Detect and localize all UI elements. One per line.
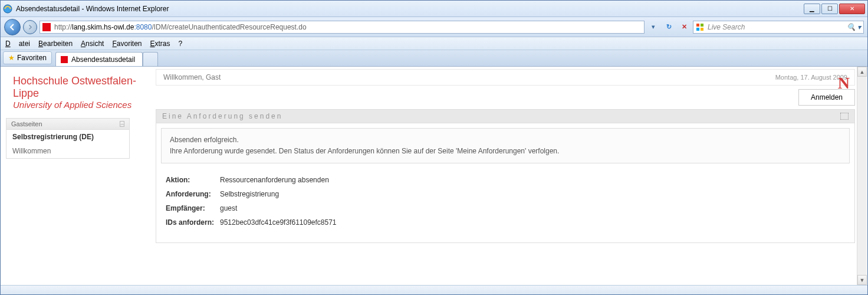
favicon-icon [42,23,51,31]
address-bar[interactable]: http://lang.skim.hs-owl.de:8080/IDM/crea… [40,21,645,34]
maximize-button[interactable]: ☐ [821,4,838,14]
panel-options-icon[interactable] [840,113,849,120]
svg-rect-3 [696,28,699,31]
url-text: http://lang.skim.hs-owl.de:8080/IDM/crea… [54,23,307,31]
search-placeholder: Live Search [708,23,745,31]
sidebar-nav: Gastseiten ︿ Selbstregistrierung (DE) Wi… [6,118,130,159]
svg-rect-1 [696,24,699,27]
search-provider-icon [696,23,704,31]
page-content: Hochschule Ostwestfalen-Lippe University… [1,67,867,285]
tab-bar: ★ Favoriten Absendestatusdetail [1,50,867,67]
row-anforderung: Anforderung:Selbstregistrierung [166,187,343,201]
request-details: Aktion:Ressourcenanforderung absenden An… [156,168,854,242]
forward-button[interactable] [23,20,37,34]
menu-favorites[interactable]: Favoriten [112,40,142,48]
row-empfaenger: Empfänger:guest [166,201,343,215]
star-icon: ★ [8,54,15,62]
status-message: Absenden erfolgreich. Ihre Anforderung w… [161,128,850,163]
brand-logo: N [838,74,850,93]
refresh-button[interactable]: ↻ [662,21,675,34]
svg-rect-4 [701,28,703,31]
panel-header: Eine Anforderung senden [156,110,854,123]
welcome-text: Willkommen, Gast [163,73,221,81]
menu-extras[interactable]: Extras [150,40,170,48]
close-button[interactable]: ✕ [839,4,865,14]
search-go-icon[interactable]: 🔍 ▾ [847,23,861,31]
tab-active[interactable]: Absendestatusdetail [55,52,143,66]
status-line2: Ihre Anforderung wurde gesendet. Den Sta… [170,146,841,157]
collapse-icon[interactable]: ︿ [120,121,124,127]
minimize-button[interactable]: ▁ [804,4,820,14]
tab-favicon-icon [61,56,68,63]
menu-view[interactable]: Ansicht [81,40,104,48]
scroll-down-icon[interactable]: ▼ [857,275,867,285]
welcome-bar: Willkommen, Gast Montag, 17. August 2009 [156,69,855,86]
sidebar-group-header[interactable]: Gastseiten ︿ [6,119,129,130]
search-input[interactable]: Live Search 🔍 ▾ [693,21,864,34]
request-panel: Eine Anforderung senden Absenden erfolgr… [156,109,855,243]
window-title: Absendestatusdetail - Windows Internet E… [16,5,804,13]
sidebar-item-selfreg[interactable]: Selbstregistrierung (DE) [6,130,129,144]
status-line1: Absenden erfolgreich. [170,135,841,146]
window-titlebar: Absendestatusdetail - Windows Internet E… [1,1,867,17]
main-area: Willkommen, Gast Montag, 17. August 2009… [156,67,867,285]
status-bar [1,285,867,294]
nav-toolbar: http://lang.skim.hs-owl.de:8080/IDM/crea… [1,17,867,37]
menu-edit[interactable]: Bearbeiten [38,40,73,48]
menu-bar: Datei Bearbeiten Ansicht Favoriten Extra… [1,37,867,50]
row-aktion: Aktion:Ressourcenanforderung absenden [166,173,343,187]
sidebar-item-welcome[interactable]: Willkommen [6,144,129,158]
stop-button[interactable]: ✕ [678,21,691,34]
row-ids: IDs anfordern:9512bec03dfc41ce9f3f61109e… [166,215,343,230]
date-text: Montag, 17. August 2009 [775,74,847,81]
sidebar: Hochschule Ostwestfalen-Lippe University… [1,67,156,285]
menu-file[interactable]: Datei [5,40,30,48]
svg-rect-2 [701,24,703,27]
org-name: Hochschule Ostwestfalen-Lippe [6,71,156,100]
favorites-button[interactable]: ★ Favoriten [3,51,52,64]
scrollbar[interactable]: ▲ ▼ [857,67,867,285]
menu-help[interactable]: ? [179,40,183,48]
back-button[interactable] [4,19,21,35]
scroll-up-icon[interactable]: ▲ [857,67,867,77]
dropdown-icon[interactable]: ▾ [647,21,660,34]
new-tab-button[interactable] [143,52,158,66]
org-subtitle: University of Applied Sciences [6,100,156,118]
ie-icon [3,4,12,14]
